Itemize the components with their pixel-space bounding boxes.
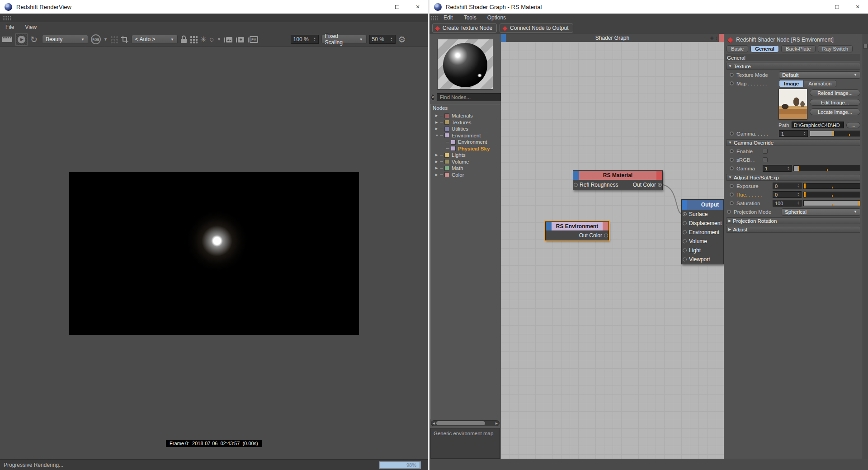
map-image-toggle[interactable]: Image [779, 80, 804, 87]
send-to-pv-icon[interactable]: PV [247, 36, 258, 43]
close-button[interactable]: ✕ [847, 0, 868, 14]
region-dropdown[interactable]: < Auto > [132, 35, 178, 44]
clear-search-icon[interactable]: ✕ [431, 94, 435, 101]
port-row-environment[interactable]: Environment [682, 228, 723, 237]
rs-material-node[interactable]: RS Material Refl Roughness Out Color [573, 170, 663, 190]
scroll-left-icon[interactable]: ◀ [431, 422, 436, 425]
tab-general[interactable]: General [750, 45, 779, 52]
param-dot-icon[interactable] [730, 193, 734, 197]
chevron-right-icon[interactable]: ▶ [435, 160, 440, 164]
tree-item-textures[interactable]: ▶ Textures [431, 119, 500, 126]
tree-item-color[interactable]: ▶ Color [431, 172, 500, 179]
group-adjust-hse[interactable]: ▼ Adjust Hue/Sat/Exp [726, 174, 860, 181]
maximize-button[interactable] [387, 0, 407, 14]
fit-vertical-icon[interactable]: ↕ [715, 35, 718, 41]
output-node[interactable]: Output Surface Displacement Environment … [681, 199, 724, 264]
menu-options[interactable]: Options [482, 14, 511, 21]
output-port[interactable] [604, 233, 608, 237]
chevron-right-icon[interactable]: ▶ [435, 127, 440, 131]
saturation-slider[interactable] [803, 200, 860, 206]
zoom-percent-spinner[interactable]: 100 %▲▼ [291, 35, 319, 44]
hue-slider[interactable] [803, 192, 860, 197]
scrollbar-thumb[interactable] [436, 421, 485, 425]
displacement-port[interactable] [683, 221, 687, 226]
saturation-spinner[interactable]: 100▲▼ [773, 200, 802, 207]
menu-view[interactable]: View [19, 24, 42, 30]
overlay-chevron-icon[interactable]: ▼ [217, 37, 221, 42]
path-field[interactable]: D:\Graphics\C4D\HD [792, 122, 844, 128]
group-texture[interactable]: ▼ Texture [726, 63, 860, 70]
tree-item-lights[interactable]: ▶ Lights [431, 152, 500, 159]
drag-grip[interactable] [431, 15, 438, 20]
override-gamma-slider[interactable] [793, 165, 860, 171]
maximize-button[interactable] [826, 0, 847, 14]
tree-item-utilities[interactable]: ▶ Utilities [431, 126, 500, 132]
volume-port[interactable] [683, 240, 687, 244]
chevron-right-icon[interactable]: ▶ [435, 153, 440, 157]
exposure-slider[interactable] [803, 183, 860, 189]
snapshot-image-icon[interactable] [224, 36, 233, 43]
snowflake-icon[interactable]: ✳ [200, 36, 207, 43]
viewport-port[interactable] [683, 258, 687, 262]
reload-image-button[interactable]: Reload Image... [810, 89, 860, 96]
output-port[interactable] [658, 183, 662, 187]
drag-grip[interactable] [2, 15, 12, 21]
param-dot-icon[interactable] [730, 73, 734, 77]
group-adjust[interactable]: ▶ Adjust [726, 226, 860, 233]
rendered-image[interactable] [69, 172, 359, 335]
enable-checkbox[interactable] [763, 149, 768, 154]
locate-image-button[interactable]: Locate Image... [810, 108, 860, 115]
render-viewport[interactable]: Frame 0: 2018-07-06 02:43:57 (0.00s) [0, 47, 428, 459]
srgb-checkbox[interactable] [763, 157, 768, 162]
scaling-mode-dropdown[interactable]: Fixed Scaling [321, 35, 367, 44]
minimize-button[interactable] [806, 0, 826, 14]
input-port[interactable] [574, 183, 578, 187]
param-dot-icon[interactable] [730, 184, 734, 188]
channel-chevron-icon[interactable]: ▼ [104, 37, 108, 42]
gear-icon[interactable]: ⚙ [398, 35, 406, 44]
minimize-button[interactable] [366, 0, 387, 14]
chevron-right-icon[interactable]: ▶ [435, 121, 440, 124]
chevron-right-icon[interactable]: ▶ [435, 173, 440, 177]
browse-button[interactable]: ... [846, 122, 860, 128]
crop-region-icon[interactable] [121, 35, 129, 43]
menu-tools[interactable]: Tools [458, 14, 482, 21]
aov-dropdown[interactable]: Beauty [42, 35, 88, 44]
override-gamma-spinner[interactable]: 1▲▼ [763, 165, 792, 172]
pan-icon[interactable]: ✚ [710, 36, 714, 41]
menu-edit[interactable]: Edit [438, 14, 458, 21]
param-dot-icon[interactable] [730, 158, 734, 162]
renderview-titlebar[interactable]: Redshift RenderView ✕ [0, 0, 428, 14]
chevron-right-icon[interactable]: ▶ [435, 166, 440, 170]
close-button[interactable]: ✕ [407, 0, 428, 14]
tab-ray-switch[interactable]: Ray Switch [818, 45, 853, 52]
port-row-surface[interactable]: Surface [682, 210, 723, 219]
connect-node-to-output-button[interactable]: ◆ Connect Node to Output [500, 24, 573, 33]
hdr-thumbnail[interactable] [778, 89, 807, 120]
snapshot-filmstrip-icon[interactable] [2, 36, 13, 43]
group-gamma-override[interactable]: ▼ Gamma Override [726, 139, 860, 146]
exposure-spinner[interactable]: 0▲▼ [773, 183, 802, 189]
tab-basic[interactable]: Basic [726, 45, 748, 52]
chevron-right-icon[interactable]: ▶ [435, 114, 440, 118]
tree-item-math[interactable]: ▶ Math [431, 165, 500, 172]
texture-mode-dropdown[interactable]: Default [779, 71, 860, 79]
light-port[interactable] [683, 249, 687, 253]
lock-icon[interactable] [180, 35, 187, 43]
rs-environment-node[interactable]: RS Environment Out Color [545, 221, 609, 240]
param-dot-icon[interactable] [730, 201, 734, 205]
start-render-button[interactable]: ▶ [15, 33, 28, 46]
scrollbar-thumb[interactable] [863, 44, 868, 49]
gamma-slider[interactable] [810, 131, 860, 136]
edit-image-button[interactable]: Edit Image... [810, 99, 860, 106]
hue-spinner[interactable]: 0▲▼ [773, 191, 802, 198]
create-texture-node-button[interactable]: ◆ Create Texture Node [432, 24, 497, 33]
scroll-right-icon[interactable]: ▶ [494, 422, 499, 425]
param-dot-icon[interactable] [730, 81, 734, 85]
tree-item-environment-node[interactable]: Environment [431, 139, 500, 146]
add-snapshot-icon[interactable] [236, 36, 245, 43]
tab-back-plate[interactable]: Back-Plate [781, 45, 816, 52]
port-row-light[interactable]: Light [682, 246, 723, 255]
param-dot-icon[interactable] [730, 132, 734, 136]
tree-item-volume[interactable]: ▶ Volume [431, 159, 500, 165]
